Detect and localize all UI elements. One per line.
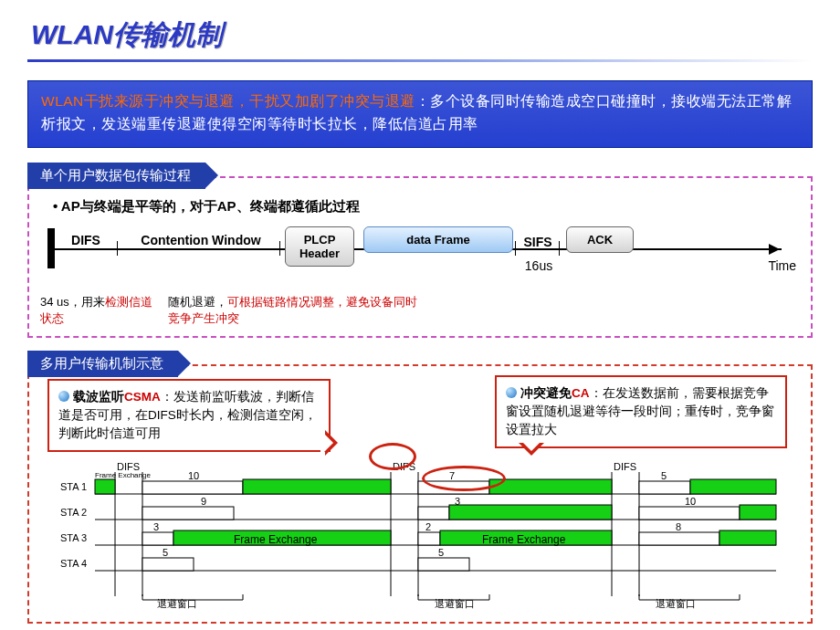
callout-ca: 冲突避免CA：在发送数据前，需要根据竞争窗设置随机退避等待一段时间；重传时，竞争…: [495, 375, 787, 449]
segment-sifs: SIFS: [515, 236, 561, 249]
svg-rect-28: [95, 479, 115, 494]
bullet-icon: [58, 391, 69, 402]
svg-rect-23: [142, 532, 173, 545]
svg-rect-30: [243, 479, 391, 494]
section2-panel: 载波监听CSMA：发送前监听载波，判断信道是否可用，在DIFS时长内，检测信道空…: [27, 364, 813, 624]
svg-rect-27: [418, 558, 469, 571]
timeline: DIFS Contention Window PLCP Header data …: [40, 221, 800, 290]
bullet-icon: [506, 387, 517, 398]
highlight-ring-cw: [422, 466, 506, 491]
svg-rect-19: [639, 481, 690, 494]
svg-rect-34: [690, 479, 776, 494]
svg-text:Frame Exchange: Frame Exchange: [482, 533, 566, 546]
svg-rect-25: [639, 532, 719, 545]
svg-rect-32: [489, 479, 612, 494]
box-ack: ACK: [566, 226, 634, 253]
svg-text:5: 5: [163, 547, 168, 558]
callout-csma: 载波监听CSMA：发送前监听载波，判断信道是否可用，在DIFS时长内，检测信道空…: [47, 379, 331, 453]
section2-tab: 多用户传输机制示意: [27, 351, 178, 377]
box-data-frame: data Frame: [363, 226, 513, 253]
svg-text:STA 3: STA 3: [60, 532, 87, 543]
svg-rect-33: [449, 505, 612, 520]
svg-rect-26: [142, 558, 194, 571]
svg-text:10: 10: [685, 496, 696, 507]
svg-rect-36: [719, 530, 776, 545]
svg-text:STA 2: STA 2: [60, 507, 87, 518]
tick-difs-end: [117, 241, 118, 256]
svg-rect-35: [740, 505, 776, 520]
svg-rect-22: [639, 507, 740, 520]
tick-sifs-end: [559, 241, 560, 256]
tick-sifs-start: [515, 241, 516, 256]
title-underline: [27, 59, 813, 62]
box-plcp: PLCP Header: [285, 226, 354, 267]
section1-tab: 单个用户数据包传输过程: [27, 163, 205, 189]
svg-text:3: 3: [455, 496, 460, 507]
svg-text:DIFS: DIFS: [614, 463, 636, 472]
note-difs: 34 us，用来检测信道状态: [40, 294, 159, 327]
svg-text:8: 8: [676, 521, 681, 532]
sifs-value: 16us: [519, 259, 559, 273]
svg-text:5: 5: [661, 470, 667, 481]
segment-cw: Contention Window: [128, 234, 274, 247]
svg-text:5: 5: [438, 547, 444, 558]
svg-text:Frame Exchange: Frame Exchange: [95, 471, 151, 479]
highlight-ring-difs: [369, 443, 416, 470]
intro-highlight: WLAN干扰来源于冲突与退避，干扰又加剧了冲突与退避: [41, 93, 415, 109]
multi-user-diagram: DIFS DIFS DIFS STA 1 STA 2 STA 3 STA 4: [55, 463, 785, 618]
svg-text:2: 2: [425, 521, 431, 532]
svg-text:9: 9: [201, 496, 206, 507]
svg-text:STA 1: STA 1: [60, 481, 87, 492]
svg-text:Frame Exchange: Frame Exchange: [234, 533, 318, 546]
svg-rect-17: [142, 481, 243, 494]
section1-panel: • AP与终端是平等的，对于AP、终端都遵循此过程 DIFS Contentio…: [27, 176, 813, 338]
section1-subtitle: • AP与终端是平等的，对于AP、终端都遵循此过程: [53, 198, 800, 215]
svg-text:10: 10: [188, 470, 199, 481]
page-title: WLAN传输机制: [0, 0, 840, 59]
segment-difs: DIFS: [58, 234, 113, 247]
intro-box: WLAN干扰来源于冲突与退避，干扰又加剧了冲突与退避：多个设备同时传输造成空口碰…: [27, 80, 813, 148]
svg-rect-21: [418, 507, 449, 520]
svg-rect-20: [142, 507, 234, 520]
note-cw: 随机退避，可根据链路情况调整，避免设备同时竞争产生冲突: [168, 294, 424, 327]
svg-text:STA 4: STA 4: [60, 558, 87, 569]
svg-rect-24: [418, 532, 440, 545]
time-label: Time: [768, 259, 796, 273]
tick-cw-end: [279, 241, 280, 256]
svg-text:3: 3: [153, 521, 159, 532]
